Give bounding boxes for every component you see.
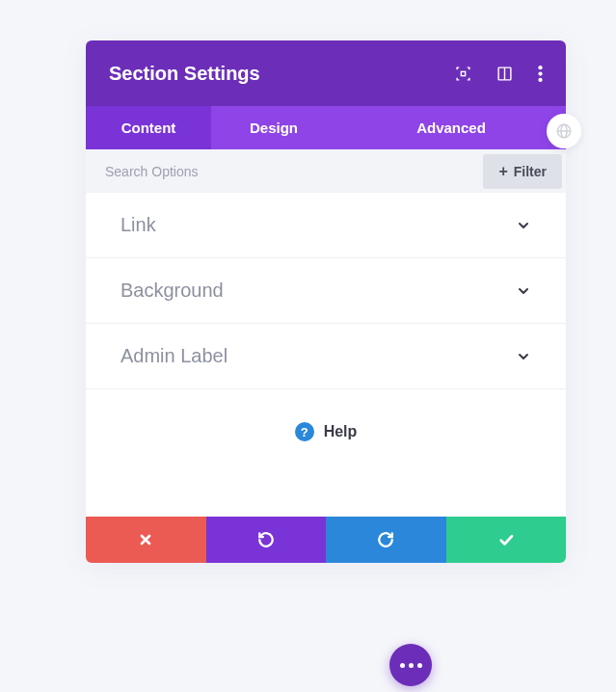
help-label: Help [324, 423, 358, 440]
option-label: Background [121, 279, 224, 302]
option-label: Admin Label [121, 345, 228, 367]
svg-point-5 [538, 77, 542, 81]
plus-icon: + [498, 163, 507, 180]
fab-more-button[interactable] [389, 644, 432, 686]
cancel-button[interactable] [86, 517, 206, 563]
more-icon[interactable] [538, 66, 543, 82]
option-link[interactable]: Link [86, 193, 566, 258]
option-background[interactable]: Background [86, 258, 566, 324]
chevron-down-icon [516, 349, 531, 364]
redo-icon [377, 531, 394, 548]
check-icon [497, 531, 515, 548]
chevron-down-icon [516, 283, 531, 299]
header-actions [455, 66, 543, 82]
option-admin-label[interactable]: Admin Label [86, 324, 566, 389]
undo-button[interactable] [206, 517, 327, 563]
options-list: Link Background Admin Label [86, 193, 566, 389]
filter-button[interactable]: + Filter [483, 154, 562, 189]
undo-icon [257, 531, 275, 548]
svg-rect-0 [461, 71, 465, 75]
confirm-button[interactable] [446, 517, 567, 563]
help-icon: ? [295, 422, 314, 441]
chevron-down-icon [516, 218, 531, 233]
tab-content[interactable]: Content [86, 106, 211, 149]
search-input[interactable] [86, 164, 483, 179]
dot-icon [400, 663, 405, 668]
option-label: Link [121, 214, 156, 236]
modal-header: Section Settings [86, 40, 566, 106]
action-bar [86, 517, 566, 563]
dot-icon [417, 663, 422, 668]
redo-button[interactable] [326, 517, 446, 563]
svg-point-4 [538, 71, 542, 75]
modal-title: Section Settings [109, 63, 260, 85]
tab-design[interactable]: Design [211, 106, 336, 149]
close-icon [138, 532, 153, 547]
help-row[interactable]: ? Help [86, 389, 566, 517]
tabs: Content Design Advanced [86, 106, 566, 149]
layout-icon[interactable] [496, 66, 513, 82]
expand-icon[interactable] [455, 66, 471, 82]
filter-bar: + Filter [86, 149, 566, 193]
filter-button-label: Filter [514, 164, 547, 179]
tab-advanced[interactable]: Advanced [336, 106, 566, 149]
globe-button[interactable] [547, 114, 581, 148]
dot-icon [409, 663, 414, 668]
svg-point-3 [538, 66, 542, 69]
globe-icon [555, 122, 573, 140]
settings-modal: Section Settings [86, 40, 566, 563]
